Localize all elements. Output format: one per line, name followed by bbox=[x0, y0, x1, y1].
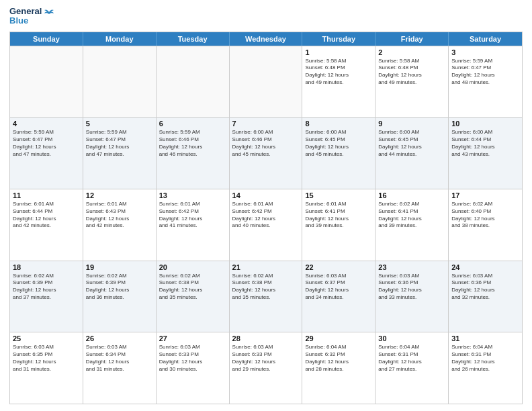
weekday-header: Tuesday bbox=[157, 32, 230, 46]
day-number: 16 bbox=[378, 191, 445, 199]
day-number: 22 bbox=[305, 263, 372, 271]
calendar-cell: 10Sunrise: 6:00 AM Sunset: 6:44 PM Dayli… bbox=[449, 118, 522, 189]
logo-text: General Blue bbox=[9, 7, 54, 26]
day-number: 15 bbox=[305, 191, 372, 199]
calendar-cell: 21Sunrise: 6:02 AM Sunset: 6:38 PM Dayli… bbox=[230, 261, 303, 332]
cell-info: Sunrise: 6:00 AM Sunset: 6:45 PM Dayligh… bbox=[305, 129, 372, 158]
calendar-cell: 19Sunrise: 6:02 AM Sunset: 6:39 PM Dayli… bbox=[83, 261, 157, 332]
day-number: 14 bbox=[232, 191, 300, 199]
calendar-header: SundayMondayTuesdayWednesdayThursdayFrid… bbox=[10, 32, 522, 46]
weekday-header: Saturday bbox=[449, 32, 522, 46]
day-number: 28 bbox=[232, 334, 300, 342]
day-number: 20 bbox=[159, 263, 226, 271]
day-number: 3 bbox=[451, 48, 519, 56]
cell-info: Sunrise: 6:04 AM Sunset: 6:31 PM Dayligh… bbox=[451, 344, 519, 373]
day-number: 29 bbox=[305, 334, 372, 342]
cell-info: Sunrise: 6:03 AM Sunset: 6:36 PM Dayligh… bbox=[378, 273, 445, 302]
cell-info: Sunrise: 6:01 AM Sunset: 6:42 PM Dayligh… bbox=[232, 201, 300, 230]
cell-info: Sunrise: 6:03 AM Sunset: 6:36 PM Dayligh… bbox=[451, 273, 519, 302]
day-number: 2 bbox=[378, 48, 445, 56]
calendar-cell: 24Sunrise: 6:03 AM Sunset: 6:36 PM Dayli… bbox=[449, 261, 522, 332]
day-number: 1 bbox=[305, 48, 372, 56]
calendar-cell: 17Sunrise: 6:02 AM Sunset: 6:40 PM Dayli… bbox=[449, 189, 522, 261]
day-number: 18 bbox=[13, 263, 80, 271]
weekday-header: Sunday bbox=[10, 32, 83, 46]
cell-info: Sunrise: 6:01 AM Sunset: 6:43 PM Dayligh… bbox=[86, 201, 153, 230]
cell-info: Sunrise: 5:58 AM Sunset: 6:48 PM Dayligh… bbox=[378, 58, 445, 87]
cell-info: Sunrise: 5:59 AM Sunset: 6:47 PM Dayligh… bbox=[451, 58, 519, 87]
day-number: 12 bbox=[86, 191, 153, 199]
logo-bird-icon bbox=[44, 9, 54, 15]
cell-info: Sunrise: 6:02 AM Sunset: 6:40 PM Dayligh… bbox=[451, 201, 519, 230]
calendar-cell: 1Sunrise: 5:58 AM Sunset: 6:48 PM Daylig… bbox=[302, 46, 375, 118]
day-number: 8 bbox=[305, 120, 372, 128]
calendar-cell: 22Sunrise: 6:03 AM Sunset: 6:37 PM Dayli… bbox=[302, 261, 375, 332]
calendar-row: 4Sunrise: 5:59 AM Sunset: 6:47 PM Daylig… bbox=[10, 117, 522, 189]
cell-info: Sunrise: 6:01 AM Sunset: 6:42 PM Dayligh… bbox=[159, 201, 226, 230]
calendar: SundayMondayTuesdayWednesdayThursdayFrid… bbox=[9, 32, 523, 404]
calendar-cell: 15Sunrise: 6:01 AM Sunset: 6:41 PM Dayli… bbox=[302, 189, 375, 261]
cell-info: Sunrise: 5:59 AM Sunset: 6:47 PM Dayligh… bbox=[86, 129, 153, 158]
calendar-row: 11Sunrise: 6:01 AM Sunset: 6:44 PM Dayli… bbox=[10, 189, 522, 261]
day-number: 19 bbox=[86, 263, 153, 271]
calendar-cell: 12Sunrise: 6:01 AM Sunset: 6:43 PM Dayli… bbox=[83, 189, 157, 261]
day-number: 27 bbox=[159, 334, 226, 342]
day-number: 11 bbox=[13, 191, 80, 199]
calendar-cell: 31Sunrise: 6:04 AM Sunset: 6:31 PM Dayli… bbox=[449, 332, 522, 404]
calendar-cell: 29Sunrise: 6:04 AM Sunset: 6:32 PM Dayli… bbox=[302, 332, 375, 404]
calendar-cell: 26Sunrise: 6:03 AM Sunset: 6:34 PM Dayli… bbox=[83, 332, 157, 404]
day-number: 30 bbox=[378, 334, 445, 342]
cell-info: Sunrise: 6:03 AM Sunset: 6:34 PM Dayligh… bbox=[86, 344, 153, 373]
weekday-header: Monday bbox=[83, 32, 157, 46]
cell-info: Sunrise: 6:02 AM Sunset: 6:39 PM Dayligh… bbox=[13, 273, 80, 302]
cell-info: Sunrise: 6:00 AM Sunset: 6:46 PM Dayligh… bbox=[232, 129, 300, 158]
calendar-cell: 14Sunrise: 6:01 AM Sunset: 6:42 PM Dayli… bbox=[230, 189, 303, 261]
day-number: 4 bbox=[13, 120, 80, 128]
calendar-cell bbox=[230, 46, 303, 118]
calendar-row: 18Sunrise: 6:02 AM Sunset: 6:39 PM Dayli… bbox=[10, 261, 522, 332]
cell-info: Sunrise: 6:02 AM Sunset: 6:39 PM Dayligh… bbox=[86, 273, 153, 302]
day-number: 25 bbox=[13, 334, 80, 342]
calendar-cell: 5Sunrise: 5:59 AM Sunset: 6:47 PM Daylig… bbox=[83, 118, 157, 189]
cell-info: Sunrise: 6:02 AM Sunset: 6:41 PM Dayligh… bbox=[378, 201, 445, 230]
calendar-cell: 23Sunrise: 6:03 AM Sunset: 6:36 PM Dayli… bbox=[375, 261, 449, 332]
cell-info: Sunrise: 6:01 AM Sunset: 6:44 PM Dayligh… bbox=[13, 201, 80, 230]
calendar-cell: 8Sunrise: 6:00 AM Sunset: 6:45 PM Daylig… bbox=[302, 118, 375, 189]
cell-info: Sunrise: 5:58 AM Sunset: 6:48 PM Dayligh… bbox=[305, 58, 372, 87]
cell-info: Sunrise: 6:00 AM Sunset: 6:44 PM Dayligh… bbox=[451, 129, 519, 158]
day-number: 7 bbox=[232, 120, 300, 128]
cell-info: Sunrise: 6:02 AM Sunset: 6:38 PM Dayligh… bbox=[232, 273, 300, 302]
calendar-cell: 6Sunrise: 5:59 AM Sunset: 6:46 PM Daylig… bbox=[157, 118, 230, 189]
cell-info: Sunrise: 6:00 AM Sunset: 6:45 PM Dayligh… bbox=[378, 129, 445, 158]
day-number: 9 bbox=[378, 120, 445, 128]
cell-info: Sunrise: 6:01 AM Sunset: 6:41 PM Dayligh… bbox=[305, 201, 372, 230]
calendar-cell: 7Sunrise: 6:00 AM Sunset: 6:46 PM Daylig… bbox=[230, 118, 303, 189]
weekday-header: Friday bbox=[375, 32, 449, 46]
cell-info: Sunrise: 5:59 AM Sunset: 6:47 PM Dayligh… bbox=[13, 129, 80, 158]
day-number: 23 bbox=[378, 263, 445, 271]
day-number: 6 bbox=[159, 120, 226, 128]
cell-info: Sunrise: 6:03 AM Sunset: 6:35 PM Dayligh… bbox=[13, 344, 80, 373]
weekday-header: Wednesday bbox=[230, 32, 303, 46]
cell-info: Sunrise: 5:59 AM Sunset: 6:46 PM Dayligh… bbox=[159, 129, 226, 158]
calendar-cell: 11Sunrise: 6:01 AM Sunset: 6:44 PM Dayli… bbox=[10, 189, 83, 261]
page-header: General Blue bbox=[9, 7, 523, 26]
calendar-cell: 9Sunrise: 6:00 AM Sunset: 6:45 PM Daylig… bbox=[375, 118, 449, 189]
day-number: 17 bbox=[451, 191, 519, 199]
page-container: General Blue SundayMondayTuesdayWednesda… bbox=[0, 0, 532, 411]
calendar-cell: 4Sunrise: 5:59 AM Sunset: 6:47 PM Daylig… bbox=[10, 118, 83, 189]
cell-info: Sunrise: 6:03 AM Sunset: 6:33 PM Dayligh… bbox=[232, 344, 300, 373]
day-number: 26 bbox=[86, 334, 153, 342]
calendar-cell: 13Sunrise: 6:01 AM Sunset: 6:42 PM Dayli… bbox=[157, 189, 230, 261]
cell-info: Sunrise: 6:02 AM Sunset: 6:38 PM Dayligh… bbox=[159, 273, 226, 302]
calendar-cell bbox=[83, 46, 157, 118]
calendar-cell: 25Sunrise: 6:03 AM Sunset: 6:35 PM Dayli… bbox=[10, 332, 83, 404]
cell-info: Sunrise: 6:03 AM Sunset: 6:37 PM Dayligh… bbox=[305, 273, 372, 302]
calendar-row: 25Sunrise: 6:03 AM Sunset: 6:35 PM Dayli… bbox=[10, 332, 522, 404]
day-number: 21 bbox=[232, 263, 300, 271]
cell-info: Sunrise: 6:04 AM Sunset: 6:32 PM Dayligh… bbox=[305, 344, 372, 373]
calendar-cell: 3Sunrise: 5:59 AM Sunset: 6:47 PM Daylig… bbox=[449, 46, 522, 118]
day-number: 13 bbox=[159, 191, 226, 199]
calendar-cell: 2Sunrise: 5:58 AM Sunset: 6:48 PM Daylig… bbox=[375, 46, 449, 118]
weekday-header: Thursday bbox=[302, 32, 375, 46]
